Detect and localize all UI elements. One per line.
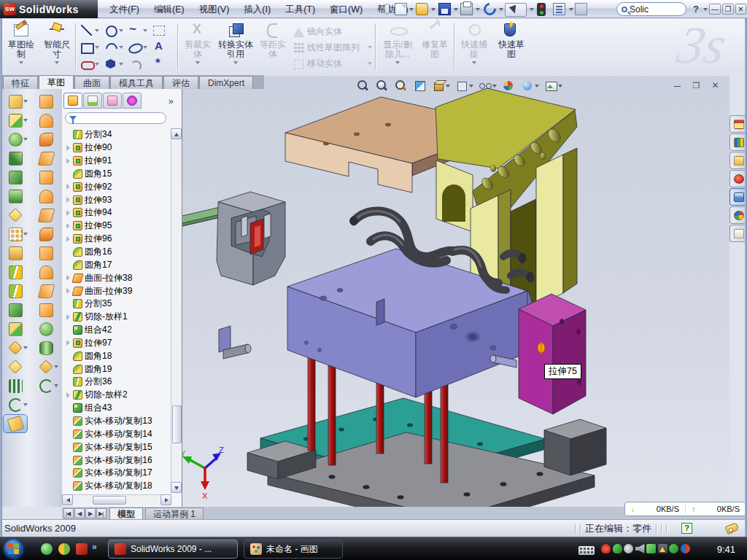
quick-tips-icon[interactable]: ? [681,523,692,534]
taskbar-task-paint[interactable]: 未命名 - 画图 [244,540,343,559]
doc-minimize-button[interactable] [670,80,684,91]
expand-arrow-icon[interactable] [66,236,71,242]
last-tab-button[interactable] [96,508,107,518]
draft-icon[interactable] [3,187,28,206]
plane-icon[interactable] [3,357,28,376]
convert-entities-button[interactable]: 转换实体引用 [217,21,255,72]
quicklaunch-messenger-icon[interactable] [41,543,53,555]
expand-arrow-icon[interactable] [66,288,71,294]
safe-remove-icon[interactable] [646,544,656,553]
volume-icon[interactable] [635,544,645,553]
next-tab-button[interactable] [85,508,96,518]
hide-show-items-icon[interactable] [479,79,497,92]
input-method-icon[interactable] [578,546,595,555]
linear-pattern-button[interactable]: 线性草图阵列 [293,39,372,55]
edit-appearance-icon[interactable] [502,79,516,92]
point-tool-icon[interactable]: * [151,56,173,71]
expand-arrow-icon[interactable] [66,184,71,190]
ribbon-tab[interactable]: 评估 [163,76,198,89]
expand-arrow-icon[interactable] [66,340,71,346]
shell-icon[interactable] [3,168,28,187]
ribbon-tab[interactable]: 曲面 [74,76,109,89]
selection-filter-icon[interactable] [575,3,587,15]
print-dropdown[interactable] [476,8,480,11]
taskbar-task-solidworks[interactable]: SolidWorks 2009 - ... [108,540,238,559]
doc-restore-button[interactable] [689,80,703,91]
extruded-boss-icon[interactable] [3,92,28,111]
surface-flatten-icon[interactable] [34,206,58,225]
scroll-down-button[interactable] [171,482,182,493]
feature-tree-item[interactable]: 实体-移动/复制15 [62,440,171,454]
previous-tab-button[interactable] [74,508,85,518]
feature-tree-item[interactable]: 分割36 [62,376,171,389]
expand-arrow-icon[interactable] [66,210,71,216]
expand-arrow-icon[interactable] [66,314,71,320]
vertical-scroll-thumb[interactable] [172,405,182,443]
sketch-fillet-icon[interactable] [127,56,149,71]
section-view-icon[interactable] [413,79,427,92]
select-tool-icon[interactable] [505,3,527,17]
arc-tool-icon[interactable] [103,39,125,55]
surface-offset-icon[interactable] [34,187,58,206]
surface-revolve-icon[interactable] [34,111,58,130]
split-icon[interactable] [3,262,28,281]
rectangle-tool-icon[interactable] [79,39,101,55]
quicklaunch-overflow[interactable]: » [92,542,97,552]
save-dropdown[interactable] [454,8,458,11]
menu-item[interactable]: 工具(T) [278,2,322,17]
surface-knit-icon[interactable] [34,244,58,262]
feature-tree-item[interactable]: 实体-移动/复制13 [62,415,171,428]
feature-tree-item[interactable]: 拉伸93 [62,193,171,206]
start-button[interactable] [3,538,25,560]
trim-entities-button[interactable]: 剪裁实体 [182,21,214,72]
options-icon[interactable] [553,3,565,15]
scroll-up-button[interactable] [171,128,182,139]
ribbon-tab[interactable]: DimXpert [199,76,253,89]
rebuild-icon[interactable] [537,3,546,16]
messenger-icon[interactable] [681,544,690,553]
feature-tree-item[interactable]: 曲面-拉伸38 [62,271,171,284]
display-delete-relations-button[interactable]: 显示/删除几... [379,21,416,72]
ellipse-tool-icon[interactable] [127,39,149,55]
feature-tree-item[interactable]: 拉伸91 [62,155,171,168]
quicklaunch-app-icon[interactable] [58,543,70,555]
text-tool-icon[interactable]: A [151,39,173,55]
curve-icon[interactable] [3,395,28,414]
sheet-tab[interactable]: 模型 [109,508,143,519]
feature-tree-item[interactable]: 圆角16 [62,246,171,259]
feature-tree-item[interactable]: 拉伸92 [62,180,171,193]
expand-arrow-icon[interactable] [66,392,71,398]
feature-tree-item[interactable]: 拉伸97 [62,337,171,350]
feature-tree-item[interactable]: 组合42 [62,324,171,337]
feature-tree-item[interactable]: 曲面-拉伸39 [62,284,171,298]
help-dropdown[interactable] [703,8,708,11]
help-button[interactable]: ? [693,4,699,15]
menu-item[interactable]: 文件(F) [102,2,147,17]
surface-fill-icon[interactable] [34,168,58,187]
dimxpertmanager-tab[interactable] [123,93,142,109]
open-icon[interactable] [416,3,428,15]
feature-tree-item[interactable]: 圆角15 [62,168,171,181]
quicklaunch-solidworks-icon[interactable] [76,543,88,555]
doc-close-button[interactable] [708,80,722,91]
feature-tree-item[interactable]: 组合43 [62,402,171,415]
health-icon[interactable] [669,544,678,553]
feature-tree-item[interactable]: 拉伸90 [62,141,171,155]
antivirus-icon[interactable] [601,544,611,553]
toolbar-grip[interactable] [384,4,390,15]
instant3d-icon[interactable] [3,414,28,433]
zoom-to-area-icon[interactable] [375,79,389,92]
menu-item[interactable]: 插入(I) [236,2,278,17]
search-input[interactable]: Solic [630,4,649,15]
surface-extend-icon[interactable] [34,281,58,300]
repair-sketch-button[interactable]: 修复草图 [419,21,451,72]
ribbon-tab[interactable]: 草图 [39,75,74,89]
offset-entities-button[interactable]: 等距实体 [257,21,289,72]
circle-tool-icon[interactable] [103,23,125,38]
view-settings-icon[interactable] [544,79,562,92]
move-entities-button[interactable]: 移动实体 [293,55,372,71]
thickened-cut-icon[interactable] [34,338,58,357]
feature-tree-item[interactable]: 拉伸95 [62,219,171,233]
surface-loft-icon[interactable] [34,130,58,149]
sketch-button[interactable]: 草图绘制 [4,21,38,72]
